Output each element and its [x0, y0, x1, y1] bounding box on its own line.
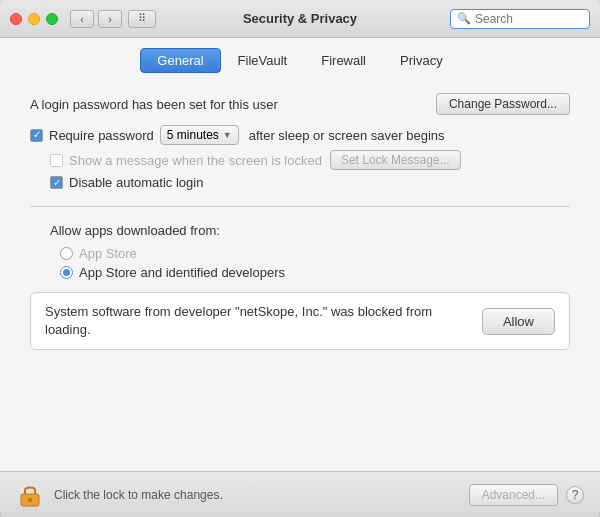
password-interval-dropdown[interactable]: 5 minutes ▼: [160, 125, 239, 145]
grid-button[interactable]: ⠿: [128, 10, 156, 28]
checkmark-icon-2: ✓: [53, 178, 61, 188]
require-password-checkbox-wrapper[interactable]: ✓ Require password: [30, 128, 154, 143]
question-mark-icon: ?: [572, 488, 579, 502]
radio-identified-row[interactable]: App Store and identified developers: [60, 265, 570, 280]
advanced-button[interactable]: Advanced...: [469, 484, 558, 506]
login-password-text: A login password has been set for this u…: [30, 97, 426, 112]
disable-auto-login-checkbox[interactable]: ✓: [50, 176, 63, 189]
window-title: Security & Privacy: [243, 11, 357, 26]
radio-identified-developers-label: App Store and identified developers: [79, 265, 285, 280]
radio-app-store-row[interactable]: App Store: [60, 246, 570, 261]
change-password-button[interactable]: Change Password...: [436, 93, 570, 115]
radio-selected-dot: [63, 269, 70, 276]
lock-icon: [16, 481, 44, 509]
tab-privacy[interactable]: Privacy: [383, 48, 460, 73]
minimize-button[interactable]: [28, 13, 40, 25]
blocked-software-text: System software from developer "netSkope…: [45, 303, 466, 339]
maximize-button[interactable]: [46, 13, 58, 25]
checkmark-icon: ✓: [33, 130, 41, 140]
chevron-down-icon: ▼: [223, 130, 232, 140]
show-message-checkbox[interactable]: [50, 154, 63, 167]
search-input[interactable]: [475, 12, 583, 26]
bottom-bar: Click the lock to make changes. Advanced…: [0, 471, 600, 517]
login-password-row: A login password has been set for this u…: [30, 93, 570, 115]
svg-rect-1: [28, 498, 32, 502]
radio-app-store[interactable]: [60, 247, 73, 260]
require-password-checkbox[interactable]: ✓: [30, 129, 43, 142]
radio-identified-developers[interactable]: [60, 266, 73, 279]
after-sleep-text: after sleep or screen saver begins: [249, 128, 445, 143]
disable-auto-login-label: Disable automatic login: [69, 175, 203, 190]
tab-firewall[interactable]: Firewall: [304, 48, 383, 73]
disable-auto-login-row: ✓ Disable automatic login: [50, 175, 570, 190]
password-interval-value: 5 minutes: [167, 128, 219, 142]
set-lock-message-button[interactable]: Set Lock Message...: [330, 150, 461, 170]
content-area: A login password has been set for this u…: [0, 81, 600, 471]
divider: [30, 206, 570, 207]
disable-auto-login-checkbox-wrapper[interactable]: ✓ Disable automatic login: [50, 175, 203, 190]
tab-general[interactable]: General: [140, 48, 220, 73]
allow-button[interactable]: Allow: [482, 308, 555, 335]
forward-button[interactable]: ›: [98, 10, 122, 28]
allow-apps-title: Allow apps downloaded from:: [50, 223, 570, 238]
show-message-row: Show a message when the screen is locked…: [50, 150, 570, 170]
allow-apps-section: Allow apps downloaded from: App Store Ap…: [30, 223, 570, 280]
show-message-checkbox-wrapper[interactable]: Show a message when the screen is locked: [50, 153, 322, 168]
tab-filevault[interactable]: FileVault: [221, 48, 305, 73]
nav-buttons: ‹ ›: [70, 10, 122, 28]
search-box[interactable]: 🔍: [450, 9, 590, 29]
lock-icon-wrapper[interactable]: [16, 481, 44, 509]
window: ‹ › ⠿ Security & Privacy 🔍 General FileV…: [0, 0, 600, 517]
back-button[interactable]: ‹: [70, 10, 94, 28]
help-button[interactable]: ?: [566, 486, 584, 504]
require-password-row: ✓ Require password 5 minutes ▼ after sle…: [30, 125, 570, 145]
require-password-label: Require password: [49, 128, 154, 143]
titlebar: ‹ › ⠿ Security & Privacy 🔍: [0, 0, 600, 38]
show-message-label: Show a message when the screen is locked: [69, 153, 322, 168]
traffic-lights: [10, 13, 58, 25]
lock-text: Click the lock to make changes.: [54, 488, 469, 502]
tab-bar: General FileVault Firewall Privacy: [0, 38, 600, 81]
close-button[interactable]: [10, 13, 22, 25]
radio-app-store-label: App Store: [79, 246, 137, 261]
search-icon: 🔍: [457, 12, 471, 25]
blocked-software-row: System software from developer "netSkope…: [30, 292, 570, 350]
